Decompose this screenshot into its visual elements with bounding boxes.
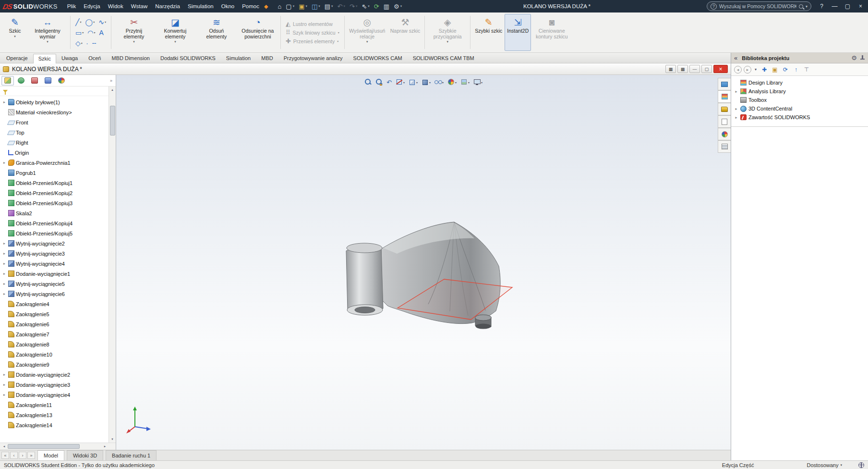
ribbon-polygon-tool[interactable]: ◇▾: [73, 39, 84, 47]
library-item-design-library[interactable]: Design Library: [732, 78, 867, 87]
panel-tabs-overflow-icon[interactable]: »: [110, 78, 114, 83]
hud-section-view-button[interactable]: ▾: [395, 78, 406, 87]
tree-item-wytnij-wyciągnięcie2[interactable]: ▸Wytnij-wyciągnięcie2: [1, 238, 116, 248]
expand-arrow-icon[interactable]: ▸: [2, 383, 7, 387]
tree-item-zaokrąglenie8[interactable]: Zaokrąglenie8: [1, 339, 116, 349]
expand-arrow-icon[interactable]: ▸: [2, 160, 7, 165]
tree-item-zaokrąglenie5[interactable]: Zaokrąglenie5: [1, 309, 116, 319]
help-search-box[interactable]: ? Wyszukaj w Pomocy SOLIDWORKS ▾: [707, 1, 811, 11]
library-item-3d-contentcentral[interactable]: ▸3D ContentCentral: [732, 104, 867, 113]
tab-solidworks-cam-tbm[interactable]: SOLIDWORKS CAM TBM: [408, 53, 480, 63]
tree-item-zaokrąglenie6[interactable]: Zaokrąglenie6: [1, 319, 116, 329]
qat-file-properties-button[interactable]: ▥: [382, 2, 391, 11]
search-icon[interactable]: [799, 4, 803, 9]
tree-item-wytnij-wyciągnięcie6[interactable]: ▸Wytnij-wyciągnięcie6: [1, 289, 116, 299]
ribbon-point-tool[interactable]: ∙: [84, 39, 90, 47]
ribbon-szyk-liniowy-szkicu-button[interactable]: ⠿Szyk liniowy szkicu▾: [284, 29, 341, 36]
library-add-file-location-button[interactable]: ▣: [771, 65, 779, 74]
hud-apply-scene-button[interactable]: ▾: [459, 78, 470, 87]
taskpane-tab-file-explorer[interactable]: [718, 103, 731, 115]
library-item-analysis-library[interactable]: ▸Analysis Library: [732, 87, 867, 96]
tree-item-zaokrąglenie7[interactable]: Zaokrąglenie7: [1, 329, 116, 339]
ribbon-wyświetlaj-usuń-relacje-button[interactable]: ◎Wyświetlaj/usuń relacje▾: [347, 14, 388, 51]
tree-item-top[interactable]: Top: [1, 127, 116, 137]
tree-item-wytnij-wyciągnięcie5[interactable]: ▸Wytnij-wyciągnięcie5: [1, 279, 116, 289]
library-move-up-button[interactable]: ↑: [792, 65, 800, 74]
hud-zoom-fit-button[interactable]: [363, 78, 373, 87]
tree-item-front[interactable]: Front: [1, 117, 116, 127]
tab-dodatki-solidworks[interactable]: Dodatki SOLIDWORKS: [155, 53, 221, 63]
taskpane-tab-custom-properties[interactable]: [718, 140, 731, 153]
qat-options-button[interactable]: ⚙▾: [392, 2, 404, 11]
library-add-to-library-button[interactable]: ✚: [760, 65, 769, 74]
library-forward-button[interactable]: ▸: [744, 66, 751, 74]
menu-edycja[interactable]: Edycja: [80, 3, 104, 9]
doc-minimize-button[interactable]: —: [689, 65, 700, 73]
hud-view-settings-button[interactable]: ▾: [472, 78, 483, 87]
gear-icon[interactable]: ⚙: [851, 55, 857, 61]
doc-tab-widoki-3d[interactable]: Widoki 3D: [67, 450, 103, 460]
qat-print-button[interactable]: ▤▾: [323, 2, 335, 11]
expand-arrow-icon[interactable]: ▸: [2, 372, 7, 377]
tree-item-obiekt-przenieś-kopiuj1[interactable]: Obiekt-Przenieś/Kopiuj1: [1, 178, 116, 188]
menu-okno[interactable]: Okno: [217, 3, 239, 9]
panel-tab-dimxpertmanager[interactable]: [42, 76, 54, 86]
hud-zoom-area-button[interactable]: [374, 78, 384, 87]
graphics-area[interactable]: ↶▾▾▾▾▾▾▾: [116, 75, 731, 450]
expand-arrow-icon[interactable]: ▸: [2, 393, 7, 397]
qat-redo-button[interactable]: ↷▾: [348, 2, 359, 11]
library-item-zawartość-solidworks[interactable]: ▸Zawartość SOLIDWORKS: [732, 113, 867, 122]
globe-icon[interactable]: [858, 462, 864, 468]
menu-widok[interactable]: Widok: [104, 3, 127, 9]
hud-hide-show-items-button[interactable]: ▾: [434, 78, 445, 87]
tab-uwaga[interactable]: Uwaga: [56, 53, 83, 63]
tab-mbd-dimension[interactable]: MBD Dimension: [106, 53, 155, 63]
scroll-down-icon[interactable]: ▾: [111, 436, 113, 443]
doc-close-button[interactable]: ×: [713, 65, 728, 73]
welcome-rocket-icon[interactable]: ◆: [264, 3, 268, 10]
tree-item-pogrub1[interactable]: Pogrub1: [1, 168, 116, 178]
expand-arrow-icon[interactable]: ▸: [2, 251, 7, 256]
tree-item-dodanie-wyciągnięcie3[interactable]: ▸Dodanie-wyciągnięcie3: [1, 380, 116, 390]
taskpane-tab-design-library[interactable]: [718, 90, 731, 103]
window-close-button[interactable]: ×: [854, 0, 867, 12]
menu-plik[interactable]: Plik: [63, 3, 80, 9]
tree-filter-row[interactable]: [0, 86, 116, 96]
taskpane-tab-solidworks-resources[interactable]: [718, 78, 731, 90]
qat-home-button[interactable]: ⌂: [276, 2, 283, 11]
doc-tab-model[interactable]: Model: [37, 450, 64, 460]
tree-horizontal-scrollbar[interactable]: ◂ ▸: [0, 443, 116, 450]
qat-new-button[interactable]: ▢▾: [284, 2, 296, 11]
tree-item-obiekt-przenieś-kopiuj3[interactable]: Obiekt-Przenieś/Kopiuj3: [1, 198, 116, 208]
menu-narzędzia[interactable]: Narzędzia: [151, 3, 184, 9]
tab-przygotowywanie-analizy[interactable]: Przygotowywanie analizy: [278, 53, 348, 63]
expand-arrow-icon[interactable]: ▸: [2, 292, 7, 296]
qat-undo-button[interactable]: ↶▾: [336, 2, 347, 11]
scroll-left-icon[interactable]: ◂: [1, 444, 7, 448]
tab-mbd[interactable]: MBD: [256, 53, 278, 63]
ribbon-rectangle-tool[interactable]: ▭▾: [73, 29, 85, 37]
doc-tab-nav-prev[interactable]: ‹: [10, 452, 18, 459]
window-minimize-button[interactable]: —: [828, 0, 841, 12]
doc-cascade-button[interactable]: ▩: [677, 65, 688, 73]
tree-item-obiekt-przenieś-kopiuj4[interactable]: Obiekt-Przenieś/Kopiuj4: [1, 218, 116, 228]
expand-arrow-icon[interactable]: ▸: [2, 272, 7, 276]
qat-open-button[interactable]: ▣▾: [297, 2, 309, 11]
menu-simulation[interactable]: Simulation: [184, 3, 217, 9]
ribbon-construction-tool[interactable]: ╌: [90, 39, 98, 47]
tab-oceń[interactable]: Oceń: [83, 53, 106, 63]
expand-arrow-icon[interactable]: ▸: [734, 115, 738, 120]
tree-item-obiekt-przenieś-kopiuj2[interactable]: Obiekt-Przenieś/Kopiuj2: [1, 188, 116, 198]
library-item-toolbox[interactable]: Toolbox: [732, 96, 867, 104]
scroll-right-icon[interactable]: ▸: [102, 444, 108, 448]
menu-wstaw[interactable]: Wstaw: [127, 3, 152, 9]
expand-arrow-icon[interactable]: ▸: [734, 89, 738, 94]
tree-item-obiekty-bryłowe-1[interactable]: ▸Obiekty bryłowe(1): [1, 97, 116, 107]
ribbon-napraw-szkic-button[interactable]: ⚒Napraw szkic: [388, 14, 422, 51]
tab-simulation[interactable]: Simulation: [221, 53, 256, 63]
ribbon-przytnij-elementy-button[interactable]: ✂Przytnij elementy▾: [113, 14, 155, 51]
ribbon-lustro-elementów-button[interactable]: ◭Lustro elementów: [284, 20, 341, 27]
library-history-dropdown-button[interactable]: ▾: [753, 65, 758, 74]
status-display-state[interactable]: Dostosowany▾: [807, 462, 842, 468]
expand-arrow-icon[interactable]: ▸: [2, 282, 7, 286]
